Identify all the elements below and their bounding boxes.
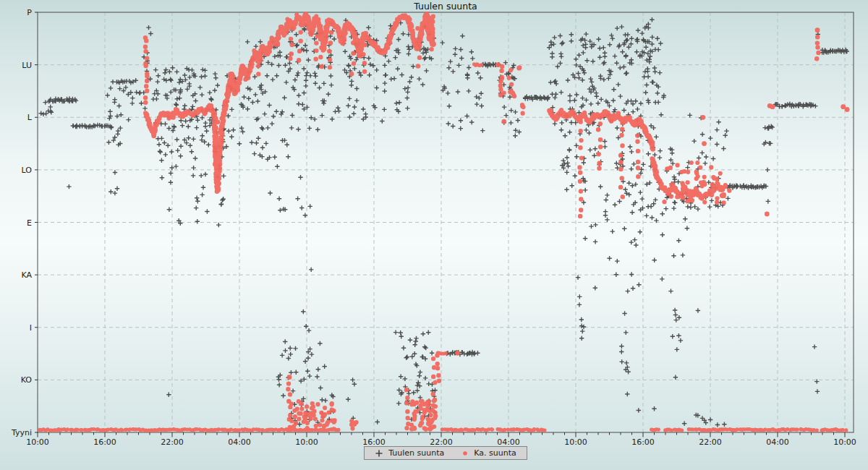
- svg-text:LU: LU: [22, 61, 32, 70]
- svg-text:I: I: [30, 323, 32, 333]
- y-axis-labels: PLULLOEKAIKOTyyni: [11, 8, 33, 437]
- legend: Tuulen suunta Ka. suunta: [364, 446, 527, 460]
- svg-text:LO: LO: [22, 166, 33, 175]
- svg-text:KO: KO: [21, 375, 33, 385]
- legend-label-tuulen-suunta: Tuulen suunta: [388, 448, 444, 458]
- legend-item-ka-suunta: Ka. suunta: [461, 448, 516, 458]
- svg-text:P: P: [27, 8, 32, 17]
- svg-text:L: L: [27, 113, 33, 122]
- chart-canvas: 10:0016:0022:0004:0010:0016:0022:0004:00…: [0, 0, 868, 470]
- legend-label-ka-suunta: Ka. suunta: [474, 448, 516, 458]
- svg-text:E: E: [27, 218, 32, 228]
- legend-row: Tuulen suunta Ka. suunta: [38, 446, 854, 460]
- svg-text:Tyyni: Tyyni: [11, 428, 32, 437]
- dot-marker-icon: [461, 450, 469, 457]
- svg-text:KA: KA: [21, 270, 32, 280]
- plus-marker-icon: [375, 449, 383, 458]
- legend-item-tuulen-suunta: Tuulen suunta: [375, 448, 444, 458]
- chart-page: Tuulen suunta 10:0016:0022:0004:0010:001…: [0, 0, 868, 470]
- series-ka-suunta: [38, 12, 849, 432]
